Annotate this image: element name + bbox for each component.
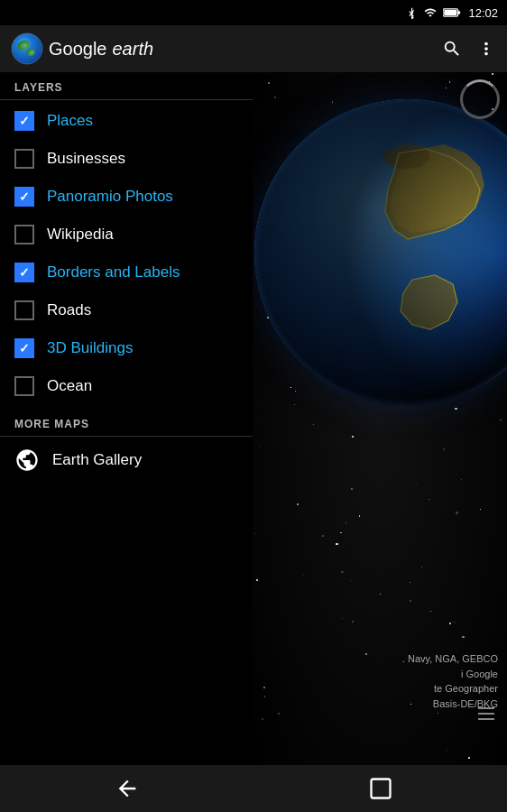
- star: [254, 533, 255, 534]
- star: [278, 713, 280, 715]
- app-bar: Google earth: [0, 25, 507, 72]
- layer-item-buildings[interactable]: 3D Buildings: [0, 329, 253, 367]
- star: [454, 622, 455, 623]
- attribution-line-1: . Navy, NGA, GEBCO: [402, 651, 498, 667]
- layers-list: PlacesBusinessesPanoramio PhotosWikipedi…: [0, 102, 253, 405]
- time-display: 12:02: [468, 6, 498, 20]
- star: [461, 479, 462, 480]
- svg-rect-12: [371, 780, 390, 798]
- checkbox-businesses[interactable]: [14, 149, 34, 169]
- bottom-nav-bar: [0, 765, 507, 812]
- star: [256, 579, 258, 581]
- layer-label-places: Places: [47, 112, 93, 130]
- checkbox-panoramio[interactable]: [14, 187, 34, 207]
- star: [295, 391, 296, 392]
- layer-label-businesses: Businesses: [47, 150, 125, 168]
- star: [346, 522, 346, 523]
- layer-label-panoramio: Panoramio Photos: [47, 188, 173, 206]
- more-options-icon[interactable]: [476, 39, 496, 59]
- bluetooth-icon: [405, 6, 418, 19]
- sidebar: LAYERS PlacesBusinessesPanoramio PhotosW…: [0, 72, 253, 765]
- star: [449, 81, 451, 83]
- star: [350, 580, 351, 581]
- layer-label-buildings: 3D Buildings: [47, 339, 133, 357]
- star: [447, 750, 447, 751]
- app-brand: Google: [49, 39, 107, 60]
- layer-item-borders[interactable]: Borders and Labels: [0, 254, 253, 291]
- checkbox-wikipedia[interactable]: [14, 225, 34, 245]
- app-title: earth: [113, 39, 154, 60]
- star: [462, 636, 464, 638]
- star: [359, 515, 360, 516]
- layer-item-ocean[interactable]: Ocean: [0, 367, 253, 405]
- layer-item-wikipedia[interactable]: Wikipedia: [0, 216, 253, 254]
- battery-icon: [443, 7, 461, 18]
- star: [429, 499, 429, 500]
- more-maps-section: MORE MAPS Earth Gallery: [0, 409, 253, 482]
- star: [262, 718, 263, 720]
- back-button[interactable]: [115, 776, 140, 801]
- status-bar: 12:02: [0, 0, 507, 25]
- layer-label-ocean: Ocean: [47, 377, 92, 395]
- menu-icon[interactable]: [478, 707, 494, 720]
- layer-label-wikipedia: Wikipedia: [47, 226, 114, 244]
- star: [341, 571, 343, 573]
- star: [443, 448, 445, 450]
- star: [352, 436, 354, 438]
- star: [455, 408, 456, 410]
- checkbox-borders[interactable]: [14, 263, 34, 282]
- star: [332, 101, 333, 102]
- earth-view[interactable]: . Navy, NGA, GEBCO i Google te Geographe…: [253, 72, 507, 765]
- star: [380, 594, 381, 595]
- star: [297, 503, 298, 504]
- layers-header: LAYERS: [0, 72, 253, 100]
- layer-item-panoramio[interactable]: Panoramio Photos: [0, 178, 253, 216]
- star: [456, 512, 457, 513]
- star: [365, 653, 367, 655]
- compass-icon: [460, 79, 500, 119]
- star: [290, 387, 291, 388]
- checkbox-roads[interactable]: [14, 300, 34, 320]
- checkbox-ocean[interactable]: [14, 376, 34, 396]
- layer-item-roads[interactable]: Roads: [0, 291, 253, 329]
- checkbox-places[interactable]: [14, 111, 34, 131]
- star: [446, 88, 447, 88]
- more-maps-header: MORE MAPS: [0, 409, 253, 437]
- star: [492, 73, 493, 74]
- status-icons: 12:02: [405, 6, 498, 20]
- svg-rect-1: [458, 11, 461, 14]
- star: [416, 484, 417, 484]
- google-earth-logo-icon: [11, 32, 43, 65]
- app-bar-actions: [442, 39, 496, 59]
- attribution-line-3: te Geographer: [402, 681, 498, 697]
- layer-item-places[interactable]: Places: [0, 102, 253, 140]
- checkbox-buildings[interactable]: [14, 338, 34, 358]
- layer-item-businesses[interactable]: Businesses: [0, 140, 253, 178]
- star: [336, 543, 337, 545]
- map-item-earth-gallery[interactable]: Earth Gallery: [0, 438, 253, 482]
- star: [260, 446, 261, 447]
- layer-label-roads: Roads: [47, 301, 91, 319]
- star: [468, 757, 470, 759]
- star: [268, 82, 270, 84]
- star: [430, 611, 431, 612]
- star: [352, 621, 354, 623]
- star: [322, 535, 324, 537]
- map-label-earth-gallery: Earth Gallery: [52, 451, 142, 469]
- globe-icon: [14, 448, 40, 473]
- star: [438, 713, 438, 714]
- search-icon[interactable]: [442, 39, 462, 59]
- attribution-line-2: i Google: [402, 667, 498, 682]
- star: [340, 532, 342, 534]
- main-content: LAYERS PlacesBusinessesPanoramio PhotosW…: [0, 72, 507, 765]
- star: [263, 687, 265, 688]
- star: [274, 97, 276, 98]
- home-button[interactable]: [368, 776, 393, 801]
- svg-rect-2: [445, 10, 457, 15]
- star: [500, 420, 502, 421]
- star: [421, 567, 422, 567]
- star: [294, 404, 295, 405]
- star: [342, 618, 343, 619]
- more-maps-list: Earth Gallery: [0, 438, 253, 482]
- star: [351, 488, 353, 490]
